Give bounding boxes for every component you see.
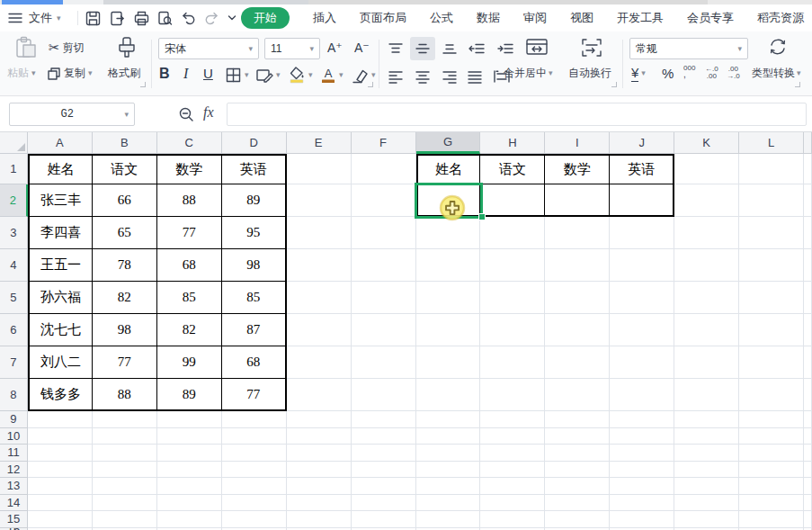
cell-J4[interactable] xyxy=(610,249,674,282)
cell-A1[interactable]: 姓名 xyxy=(28,154,93,184)
cell-H8[interactable] xyxy=(480,379,545,411)
cell-C13[interactable] xyxy=(157,478,222,495)
insert-function-button[interactable]: fx xyxy=(203,104,214,121)
cell-partial[interactable] xyxy=(804,462,812,479)
cell-partial[interactable] xyxy=(804,511,812,528)
zoom-out-icon[interactable] xyxy=(178,106,195,123)
align-top-button[interactable] xyxy=(383,37,408,60)
cell-A13[interactable] xyxy=(28,478,93,495)
row-header-8[interactable]: 8 xyxy=(0,379,28,411)
cell-D9[interactable] xyxy=(222,411,287,428)
cell-L1[interactable] xyxy=(739,154,804,184)
format-painter-button[interactable]: 格式刷 xyxy=(108,66,140,81)
cell-H12[interactable] xyxy=(480,462,545,479)
format-painter-icon[interactable] xyxy=(115,36,138,60)
column-header-H[interactable]: H xyxy=(480,132,545,154)
column-header-L[interactable]: L xyxy=(739,132,804,154)
row-header-3[interactable]: 3 xyxy=(0,217,28,249)
cell-G15[interactable] xyxy=(416,511,481,528)
cell-J11[interactable] xyxy=(610,445,674,462)
column-header-partial[interactable] xyxy=(804,132,812,154)
merge-center-button[interactable]: 合并居中 ▾ xyxy=(504,66,553,81)
save-button[interactable] xyxy=(85,4,102,31)
cell-E13[interactable] xyxy=(287,478,352,495)
italic-button[interactable]: I xyxy=(183,66,188,82)
cell-J6[interactable] xyxy=(610,314,674,346)
cell-B8[interactable]: 88 xyxy=(93,379,157,411)
menu-tab-9[interactable]: 会员专享 xyxy=(687,10,734,26)
increase-font-button[interactable]: A⁺ xyxy=(327,40,343,55)
cell-C8[interactable]: 89 xyxy=(157,379,222,411)
cell-G8[interactable] xyxy=(416,379,481,411)
cell-A8[interactable]: 钱多多 xyxy=(28,379,93,411)
cell-C6[interactable]: 82 xyxy=(157,314,222,346)
menu-tab-10[interactable]: 稻壳资源 xyxy=(757,10,804,26)
cell-K8[interactable] xyxy=(674,379,739,411)
number-format-select[interactable]: 常规 ▾ xyxy=(629,38,748,59)
row-header-13[interactable]: 13 xyxy=(0,478,28,495)
cell-H14[interactable] xyxy=(480,495,545,512)
merge-center-icon[interactable] xyxy=(525,37,549,58)
align-left-button[interactable] xyxy=(383,65,408,88)
cell-A7[interactable]: 刘八二 xyxy=(28,346,93,379)
cell-K9[interactable] xyxy=(674,411,739,428)
menu-tab-8[interactable]: 开发工具 xyxy=(617,10,664,26)
cell-A4[interactable]: 王五一 xyxy=(28,249,93,282)
menu-tab-6[interactable]: 审阅 xyxy=(523,10,547,26)
cell-F15[interactable] xyxy=(352,511,416,528)
cell-L4[interactable] xyxy=(739,249,804,282)
cell-E1[interactable] xyxy=(287,154,352,184)
cell-L11[interactable] xyxy=(739,445,804,462)
cell-D15[interactable] xyxy=(222,511,287,528)
cell-F7[interactable] xyxy=(352,346,416,379)
cell-K7[interactable] xyxy=(674,346,739,379)
formula-input[interactable] xyxy=(227,103,807,126)
draw-border-button[interactable]: ▾ xyxy=(255,67,281,84)
borders-button[interactable]: ▾ xyxy=(225,67,249,84)
cell-D3[interactable]: 95 xyxy=(222,217,287,249)
align-bottom-button[interactable] xyxy=(437,37,462,60)
cell-F6[interactable] xyxy=(352,314,416,346)
column-header-D[interactable]: D xyxy=(222,132,287,154)
align-center-button[interactable] xyxy=(410,65,435,88)
percent-style-button[interactable]: % xyxy=(662,66,674,81)
cell-L5[interactable] xyxy=(739,282,804,314)
row-header-2[interactable]: 2 xyxy=(0,184,28,217)
menu-tab-7[interactable]: 视图 xyxy=(570,10,593,26)
cell-K3[interactable] xyxy=(674,217,739,249)
cell-H10[interactable] xyxy=(480,428,545,445)
underline-button[interactable]: U xyxy=(203,66,213,81)
cell-L7[interactable] xyxy=(739,346,804,379)
cell-B5[interactable]: 82 xyxy=(93,282,157,314)
column-header-E[interactable]: E xyxy=(287,132,352,154)
cell-A12[interactable] xyxy=(28,462,93,479)
cell-partial[interactable] xyxy=(804,428,812,445)
row-header-1[interactable]: 1 xyxy=(0,154,28,184)
cell-K4[interactable] xyxy=(674,249,739,282)
menu-tab-2[interactable]: 插入 xyxy=(313,10,336,26)
cell-H3[interactable] xyxy=(480,217,545,249)
cell-I11[interactable] xyxy=(545,445,610,462)
cell-E15[interactable] xyxy=(287,511,352,528)
cell-A10[interactable] xyxy=(28,428,93,445)
cell-G11[interactable] xyxy=(416,445,481,462)
cell-G3[interactable] xyxy=(416,217,481,249)
cell-H4[interactable] xyxy=(480,249,545,282)
cell-E4[interactable] xyxy=(287,249,352,282)
print-preview-button[interactable] xyxy=(156,4,174,31)
cell-D7[interactable]: 68 xyxy=(222,346,287,379)
cell-I3[interactable] xyxy=(545,217,610,249)
cell-E12[interactable] xyxy=(287,462,352,479)
cell-J9[interactable] xyxy=(610,411,674,428)
cell-I5[interactable] xyxy=(545,282,610,314)
cell-C11[interactable] xyxy=(157,445,222,462)
cell-J3[interactable] xyxy=(610,217,674,249)
cell-J10[interactable] xyxy=(610,428,674,445)
cell-I7[interactable] xyxy=(545,346,610,379)
cell-E2[interactable] xyxy=(287,184,352,217)
cell-F12[interactable] xyxy=(352,462,416,479)
cell-E14[interactable] xyxy=(287,495,352,512)
cell-K1[interactable] xyxy=(674,154,739,184)
cell-J7[interactable] xyxy=(610,346,674,379)
cell-partial[interactable] xyxy=(804,154,812,184)
